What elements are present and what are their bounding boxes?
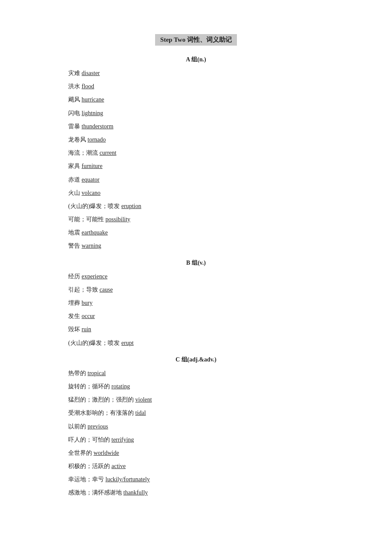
vocab-english-group-c-1: rotating	[112, 383, 130, 390]
vocab-chinese-group-c-5: 吓人的；可怕的	[68, 436, 112, 443]
vocab-english-group-a-11: possibility	[106, 216, 130, 223]
vocab-english-group-b-0: experience	[82, 273, 108, 280]
vocab-item-group-a-12: 地震 earthquake	[68, 227, 324, 238]
vocab-chinese-group-b-0: 经历	[68, 273, 82, 280]
vocab-item-group-a-6: 海流；潮流 current	[68, 147, 324, 158]
vocab-english-group-a-8: equator	[82, 176, 100, 183]
section-header-group-a: A 组(n.)	[68, 56, 324, 64]
vocab-english-group-c-6: worldwide	[94, 450, 119, 456]
step-header: Step Two 词性、词义助记	[68, 34, 324, 46]
section-header-group-b: B 组(v.)	[68, 259, 324, 267]
vocab-chinese-group-b-2: 埋葬	[68, 300, 82, 306]
vocab-chinese-group-b-5: (火山的)爆发；喷发	[68, 340, 121, 346]
vocab-item-group-c-5: 吓人的；可怕的 terrifying	[68, 434, 324, 445]
vocab-english-group-c-5: terrifying	[112, 436, 134, 443]
vocab-item-group-c-4: 以前的 previous	[68, 421, 324, 432]
vocab-item-group-a-0: 灾难 disaster	[68, 68, 324, 78]
vocab-english-group-c-8: luckily/fortunately	[106, 476, 150, 483]
vocab-item-group-c-2: 猛烈的；激烈的；强烈的 violent	[68, 394, 324, 405]
vocab-chinese-group-c-4: 以前的	[68, 423, 88, 430]
vocab-item-group-c-1: 旋转的；循环的 rotating	[68, 381, 324, 392]
vocab-chinese-group-c-2: 猛烈的；激烈的；强烈的	[68, 396, 135, 403]
vocab-chinese-group-c-7: 积极的；活跃的	[68, 463, 112, 469]
vocab-item-group-a-7: 家具 furniture	[68, 161, 324, 171]
vocab-english-group-a-5: tornado	[88, 136, 106, 143]
vocab-english-group-c-2: violent	[135, 396, 152, 403]
vocab-item-group-b-5: (火山的)爆发；喷发 erupt	[68, 338, 324, 348]
vocab-english-group-a-10: eruption	[121, 203, 141, 209]
vocab-english-group-c-7: active	[112, 463, 126, 469]
vocab-item-group-a-1: 洪水 flood	[68, 81, 324, 92]
section-header-group-c: C 组(adj.&adv.)	[68, 356, 324, 364]
vocab-item-group-b-1: 引起；导致 cause	[68, 284, 324, 295]
vocab-item-group-b-2: 埋葬 bury	[68, 298, 324, 308]
vocab-item-group-a-13: 警告 warning	[68, 240, 324, 251]
vocab-item-group-c-9: 感激地；满怀感谢地 thankfully	[68, 487, 324, 498]
vocab-chinese-group-c-9: 感激地；满怀感谢地	[68, 489, 124, 496]
vocab-item-group-b-4: 毁坏 ruin	[68, 324, 324, 335]
vocab-english-group-a-4: thunderstorm	[82, 123, 114, 130]
vocab-chinese-group-a-5: 龙卷风	[68, 136, 88, 143]
vocab-item-group-a-3: 闪电 lightning	[68, 108, 324, 119]
vocab-item-group-a-8: 赤道 equator	[68, 174, 324, 185]
vocab-english-group-c-0: tropical	[88, 370, 106, 376]
vocab-english-group-a-9: volcano	[82, 190, 101, 196]
vocab-chinese-group-a-13: 警告	[68, 243, 82, 249]
vocab-item-group-a-4: 雷暴 thunderstorm	[68, 121, 324, 132]
vocab-chinese-group-a-1: 洪水	[68, 83, 82, 90]
vocab-item-group-a-5: 龙卷风 tornado	[68, 134, 324, 145]
vocab-english-group-a-0: disaster	[82, 70, 100, 76]
vocab-english-group-a-13: warning	[82, 243, 101, 249]
step-header-inner: Step Two 词性、词义助记	[155, 34, 237, 46]
vocab-chinese-group-b-4: 毁坏	[68, 326, 82, 332]
vocab-chinese-group-c-8: 幸运地；幸亏	[68, 476, 106, 483]
vocab-item-group-c-3: 受潮水影响的；有涨落的 tidal	[68, 408, 324, 418]
vocab-english-group-a-12: earthquake	[82, 229, 108, 236]
vocab-chinese-group-a-7: 家具	[68, 163, 82, 169]
vocab-item-group-c-6: 全世界的 worldwide	[68, 448, 324, 458]
vocab-chinese-group-a-4: 雷暴	[68, 123, 82, 130]
vocab-item-group-c-0: 热带的 tropical	[68, 368, 324, 379]
step-label: Step Two	[160, 36, 185, 43]
vocab-chinese-group-a-9: 火山	[68, 190, 82, 196]
vocab-item-group-a-11: 可能；可能性 possibility	[68, 214, 324, 225]
vocab-chinese-group-b-1: 引起；导致	[68, 286, 100, 293]
vocab-chinese-group-b-3: 发生	[68, 313, 82, 319]
vocab-english-group-b-1: cause	[100, 286, 113, 293]
vocab-chinese-group-c-1: 旋转的；循环的	[68, 383, 112, 390]
vocab-item-group-a-9: 火山 volcano	[68, 188, 324, 198]
vocab-item-group-a-2: 飓风 hurricane	[68, 94, 324, 105]
vocab-english-group-b-5: erupt	[121, 340, 134, 346]
vocab-english-group-a-1: flood	[82, 83, 95, 90]
vocab-english-group-a-2: hurricane	[82, 96, 104, 103]
vocab-chinese-group-c-3: 受潮水影响的；有涨落的	[68, 410, 135, 416]
vocab-chinese-group-a-2: 飓风	[68, 96, 82, 103]
vocab-chinese-group-a-8: 赤道	[68, 176, 82, 183]
vocab-english-group-a-6: current	[100, 150, 117, 156]
vocab-chinese-group-a-12: 地震	[68, 229, 82, 236]
vocab-chinese-group-a-10: (火山的)爆发；喷发	[68, 203, 121, 209]
vocab-item-group-b-0: 经历 experience	[68, 271, 324, 282]
groups-container: A 组(n.)灾难 disaster洪水 flood飓风 hurricane闪电…	[68, 56, 324, 498]
vocab-chinese-group-a-0: 灾难	[68, 70, 82, 76]
vocab-english-group-a-3: lightning	[82, 110, 104, 116]
vocab-chinese-group-a-3: 闪电	[68, 110, 82, 116]
vocab-english-group-b-4: ruin	[82, 326, 92, 332]
vocab-chinese-group-c-0: 热带的	[68, 370, 88, 376]
vocab-item-group-c-7: 积极的；活跃的 active	[68, 461, 324, 471]
vocab-item-group-b-3: 发生 occur	[68, 311, 324, 321]
vocab-english-group-a-7: furniture	[82, 163, 103, 169]
vocab-chinese-group-a-6: 海流；潮流	[68, 150, 100, 156]
vocab-english-group-b-3: occur	[82, 313, 95, 319]
vocab-english-group-c-9: thankfully	[124, 489, 148, 496]
vocab-english-group-b-2: bury	[82, 300, 93, 306]
vocab-chinese-group-a-11: 可能；可能性	[68, 216, 106, 223]
vocab-item-group-c-8: 幸运地；幸亏 luckily/fortunately	[68, 474, 324, 485]
step-title: 词性、词义助记	[187, 36, 232, 43]
vocab-english-group-c-4: previous	[88, 423, 108, 430]
vocab-chinese-group-c-6: 全世界的	[68, 450, 94, 456]
vocab-item-group-a-10: (火山的)爆发；喷发 eruption	[68, 201, 324, 211]
vocab-english-group-c-3: tidal	[135, 410, 146, 416]
